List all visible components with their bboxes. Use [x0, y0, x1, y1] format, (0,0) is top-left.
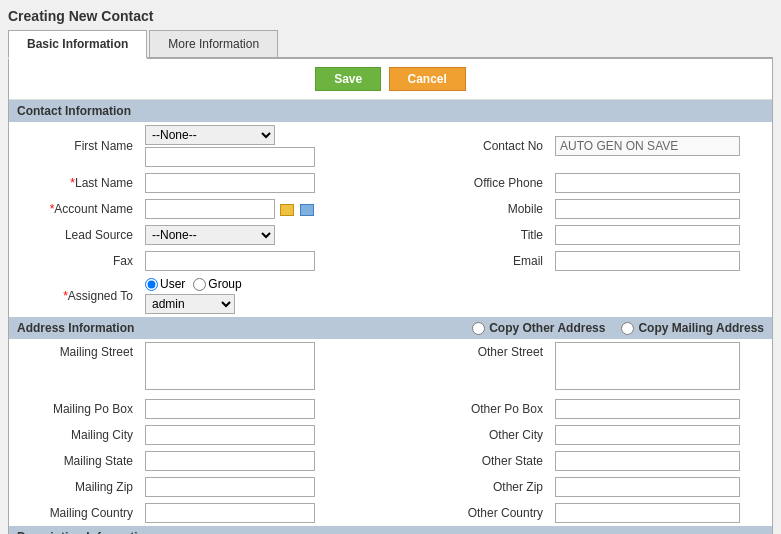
mailing-street-input[interactable] [145, 342, 315, 390]
last-name-input[interactable] [145, 173, 315, 193]
other-country-label: Other Country [419, 500, 549, 526]
other-state-label: Other State [419, 448, 549, 474]
account-name-label: *Account Name [9, 196, 139, 222]
mailing-zip-label: Mailing Zip [9, 474, 139, 500]
folder-icon[interactable] [280, 204, 294, 216]
lead-source-dropdown[interactable]: --None-- Cold Call Existing Customer Sel… [145, 225, 275, 245]
mailing-city-label: Mailing City [9, 422, 139, 448]
office-phone-label: Office Phone [419, 170, 549, 196]
fax-input[interactable] [145, 251, 315, 271]
email-input[interactable] [555, 251, 740, 271]
mailing-zip-input[interactable] [145, 477, 315, 497]
pobox-row: Mailing Po Box Other Po Box [9, 396, 772, 422]
contact-info-table: First Name --None-- Mr. Ms. Mrs. Dr. Con… [9, 122, 772, 317]
fax-row: Fax Email [9, 248, 772, 274]
city-row: Mailing City Other City [9, 422, 772, 448]
user-radio[interactable] [145, 278, 158, 291]
edit-icon[interactable] [300, 204, 314, 216]
title-input[interactable] [555, 225, 740, 245]
title-label: Title [419, 222, 549, 248]
mailing-state-label: Mailing State [9, 448, 139, 474]
page-title: Creating New Contact [8, 8, 773, 24]
address-info-table: Mailing Street Other Street Mailing Po B… [9, 339, 772, 526]
last-name-row: *Last Name Office Phone [9, 170, 772, 196]
other-city-label: Other City [419, 422, 549, 448]
toolbar: Save Cancel [9, 59, 772, 100]
assigned-to-label: *Assigned To [9, 274, 139, 317]
group-radio[interactable] [193, 278, 206, 291]
first-name-label: First Name [9, 122, 139, 170]
copy-other-address-label[interactable]: Copy Other Address [472, 321, 605, 335]
copy-other-address-radio[interactable] [472, 322, 485, 335]
group-radio-label[interactable]: Group [193, 277, 241, 291]
first-name-input[interactable] [145, 147, 315, 167]
mailing-street-label: Mailing Street [9, 339, 139, 396]
mobile-label: Mobile [419, 196, 549, 222]
other-street-label: Other Street [419, 339, 549, 396]
first-name-title-dropdown[interactable]: --None-- Mr. Ms. Mrs. Dr. [145, 125, 275, 145]
user-radio-label[interactable]: User [145, 277, 185, 291]
mobile-input[interactable] [555, 199, 740, 219]
main-panel: Save Cancel Contact Information First Na… [8, 59, 773, 534]
state-row: Mailing State Other State [9, 448, 772, 474]
assigned-to-radio-group: User Group [145, 277, 766, 291]
account-name-row: *Account Name Mobile [9, 196, 772, 222]
other-city-input[interactable] [555, 425, 740, 445]
tab-basic-information[interactable]: Basic Information [8, 30, 147, 59]
lead-source-label: Lead Source [9, 222, 139, 248]
office-phone-input[interactable] [555, 173, 740, 193]
tab-more-information[interactable]: More Information [149, 30, 278, 57]
copy-mailing-address-radio[interactable] [621, 322, 634, 335]
other-zip-label: Other Zip [419, 474, 549, 500]
other-state-input[interactable] [555, 451, 740, 471]
mailing-city-input[interactable] [145, 425, 315, 445]
contact-no-input[interactable] [555, 136, 740, 156]
zip-row: Mailing Zip Other Zip [9, 474, 772, 500]
contact-no-label: Contact No [419, 122, 549, 170]
mailing-pobox-label: Mailing Po Box [9, 396, 139, 422]
account-name-input[interactable] [145, 199, 275, 219]
street-row: Mailing Street Other Street [9, 339, 772, 396]
fax-label: Fax [9, 248, 139, 274]
mailing-pobox-input[interactable] [145, 399, 315, 419]
mailing-state-input[interactable] [145, 451, 315, 471]
assigned-to-row: *Assigned To User Group admin [9, 274, 772, 317]
first-name-row: First Name --None-- Mr. Ms. Mrs. Dr. Con… [9, 122, 772, 170]
assigned-to-dropdown[interactable]: admin [145, 294, 235, 314]
other-zip-input[interactable] [555, 477, 740, 497]
other-pobox-input[interactable] [555, 399, 740, 419]
address-info-header: Address Information Copy Other Address C… [9, 317, 772, 339]
description-info-header: Description Information [9, 526, 772, 534]
last-name-label: *Last Name [9, 170, 139, 196]
mailing-country-label: Mailing Country [9, 500, 139, 526]
lead-source-row: Lead Source --None-- Cold Call Existing … [9, 222, 772, 248]
email-label: Email [419, 248, 549, 274]
other-pobox-label: Other Po Box [419, 396, 549, 422]
cancel-button[interactable]: Cancel [389, 67, 466, 91]
save-button[interactable]: Save [315, 67, 381, 91]
contact-info-header: Contact Information [9, 100, 772, 122]
mailing-country-input[interactable] [145, 503, 315, 523]
tab-bar: Basic Information More Information [8, 30, 773, 59]
other-country-input[interactable] [555, 503, 740, 523]
country-row: Mailing Country Other Country [9, 500, 772, 526]
other-street-input[interactable] [555, 342, 740, 390]
copy-mailing-address-label[interactable]: Copy Mailing Address [621, 321, 764, 335]
